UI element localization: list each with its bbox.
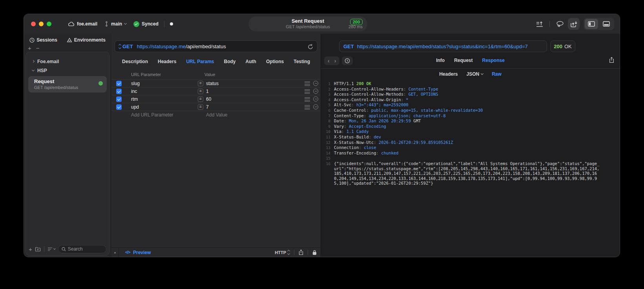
project-cloud-item[interactable]: foe.email bbox=[68, 21, 97, 27]
subtab-headers[interactable]: Headers bbox=[439, 71, 458, 77]
param-name-field[interactable]: inc bbox=[131, 89, 137, 94]
param-checkbox[interactable] bbox=[116, 81, 122, 86]
header-value: 2026-01-26T20:29:59.859105261Z bbox=[379, 140, 453, 145]
tab-options[interactable]: Options bbox=[266, 59, 284, 64]
subtab-json[interactable]: JSON bbox=[467, 71, 483, 77]
request-list-item-selected[interactable]: Request GET /api/embed/status bbox=[28, 76, 107, 93]
back-button[interactable]: ‹ bbox=[328, 58, 330, 64]
remove-param-icon[interactable] bbox=[313, 96, 318, 102]
export-response-button[interactable] bbox=[609, 57, 614, 63]
code-line: 15 bbox=[321, 156, 620, 161]
synced-check-icon bbox=[133, 21, 139, 27]
column-header-parameter: URL Parameter bbox=[131, 72, 161, 77]
header-name: X-Status-Build bbox=[334, 135, 369, 139]
chevron-down-icon bbox=[53, 247, 56, 250]
param-checkbox[interactable] bbox=[116, 96, 122, 102]
divider bbox=[321, 68, 620, 69]
param-name-field[interactable]: slug bbox=[131, 81, 140, 86]
param-name-field[interactable]: upd bbox=[131, 104, 139, 110]
tab-testing[interactable]: Testing bbox=[294, 59, 310, 64]
zoom-window-button[interactable] bbox=[47, 22, 51, 26]
line-number: 12 bbox=[321, 140, 330, 145]
header-name: Access-Control-Allow-Methods bbox=[334, 92, 403, 96]
drag-handle-icon[interactable] bbox=[305, 89, 310, 94]
tab-description[interactable]: Description bbox=[122, 59, 148, 64]
tree-group-foe-email[interactable]: Foe.email bbox=[26, 57, 109, 66]
tab-request[interactable]: Request bbox=[454, 58, 473, 63]
forward-button[interactable]: › bbox=[334, 58, 336, 64]
expand-console-button[interactable]: ▲ bbox=[111, 248, 119, 257]
param-value-field[interactable]: 7 bbox=[206, 104, 209, 110]
sort-filter-button[interactable] bbox=[47, 247, 55, 251]
tab-environments[interactable]: Environments bbox=[67, 37, 106, 43]
header-value: * bbox=[406, 97, 408, 102]
method-selector[interactable]: GET bbox=[122, 44, 133, 49]
resend-request-icon[interactable] bbox=[308, 44, 313, 49]
response-raw-view[interactable]: 1HTTP/1.1 200 OK 2Access-Control-Allow-H… bbox=[321, 81, 620, 257]
remove-param-icon[interactable] bbox=[313, 89, 318, 94]
minimize-window-button[interactable] bbox=[39, 22, 44, 26]
line-number: 14 bbox=[321, 151, 330, 156]
sessions-panel: Foe.email HSP Request GET /api/embed/sta… bbox=[26, 52, 109, 256]
tab-info[interactable]: Info bbox=[436, 58, 445, 63]
response-status-box: 200 OK bbox=[550, 40, 575, 52]
param-value-field[interactable]: 1 bbox=[206, 89, 209, 94]
code-line: 13Connection: close bbox=[321, 145, 620, 151]
drag-handle-icon[interactable] bbox=[305, 105, 310, 109]
request-tree: Foe.email HSP Request GET /api/embed/sta… bbox=[26, 52, 109, 93]
sync-status[interactable]: Synced bbox=[133, 21, 159, 27]
sent-request-summary[interactable]: Sent Request GET /api/embed/status 200 2… bbox=[248, 16, 367, 31]
add-param-value-placeholder[interactable]: Add Value bbox=[206, 112, 228, 118]
tab-response[interactable]: Response bbox=[482, 58, 504, 63]
toggle-left-sidebar-button[interactable] bbox=[585, 19, 598, 29]
header-name: Alt-Svc bbox=[334, 102, 351, 107]
param-name-field[interactable]: rtm bbox=[131, 96, 138, 102]
close-window-button[interactable] bbox=[31, 22, 36, 26]
branch-selector[interactable]: main bbox=[104, 21, 126, 27]
tree-group-hsp[interactable]: HSP bbox=[26, 66, 109, 75]
lasso-tool-button[interactable] bbox=[556, 21, 564, 27]
remove-param-icon[interactable] bbox=[313, 104, 318, 109]
tab-body[interactable]: Body bbox=[224, 59, 236, 64]
colon: : bbox=[341, 129, 347, 134]
add-session-button[interactable]: + bbox=[28, 45, 31, 51]
tab-auth[interactable]: Auth bbox=[246, 59, 256, 64]
header-name: Date bbox=[334, 118, 344, 123]
list-lines-icon bbox=[47, 247, 53, 251]
header-name: Access-Control-Allow-Headers bbox=[334, 87, 403, 91]
protocol-selector[interactable]: HTTP bbox=[275, 250, 290, 255]
colon: : bbox=[401, 97, 406, 102]
param-value-field[interactable]: status bbox=[206, 81, 219, 86]
new-folder-icon[interactable] bbox=[35, 247, 41, 252]
search-input[interactable]: Search bbox=[58, 245, 106, 253]
add-param-name-placeholder[interactable]: Add URL Parameter bbox=[131, 112, 173, 118]
lock-icon[interactable] bbox=[312, 250, 317, 255]
param-checkbox[interactable] bbox=[116, 89, 122, 94]
share-icon[interactable] bbox=[299, 249, 303, 255]
param-value-field[interactable]: 60 bbox=[206, 96, 211, 102]
code-line: 8Date: Mon, 26 Jan 2026 20:29:59 GMT bbox=[321, 118, 620, 124]
import-export-button[interactable] bbox=[536, 21, 543, 27]
toggle-bottom-panel-button[interactable] bbox=[600, 19, 613, 29]
code-line: 1HTTP/1.1 200 OK bbox=[321, 81, 620, 87]
response-status-text: OK bbox=[564, 44, 572, 49]
send-sync-button[interactable] bbox=[568, 18, 580, 30]
history-button[interactable] bbox=[342, 56, 353, 65]
tab-url-params[interactable]: URL Params bbox=[186, 59, 214, 64]
remove-session-button[interactable]: − bbox=[36, 45, 40, 51]
line-number: 10 bbox=[321, 129, 330, 135]
line-number: 9 bbox=[321, 124, 330, 129]
chevron-down-icon bbox=[124, 22, 127, 25]
add-request-button[interactable]: + bbox=[29, 246, 32, 253]
sent-request-url-box[interactable]: GET https://statuspage.me/api/embed/stat… bbox=[339, 40, 547, 52]
drag-handle-icon[interactable] bbox=[305, 97, 310, 102]
param-checkbox[interactable] bbox=[116, 104, 122, 110]
drag-handle-icon[interactable] bbox=[305, 82, 310, 86]
tab-sessions[interactable]: Sessions bbox=[29, 37, 57, 43]
tab-headers[interactable]: Headers bbox=[158, 59, 176, 64]
table-header: URL Parameter Value bbox=[111, 72, 321, 79]
remove-param-icon[interactable] bbox=[313, 81, 318, 86]
subtab-raw[interactable]: Raw bbox=[492, 71, 502, 77]
preview-button[interactable]: </> Preview bbox=[125, 250, 151, 255]
request-url-bar[interactable]: GET https://statuspage.me/api/embed/stat… bbox=[115, 40, 317, 52]
